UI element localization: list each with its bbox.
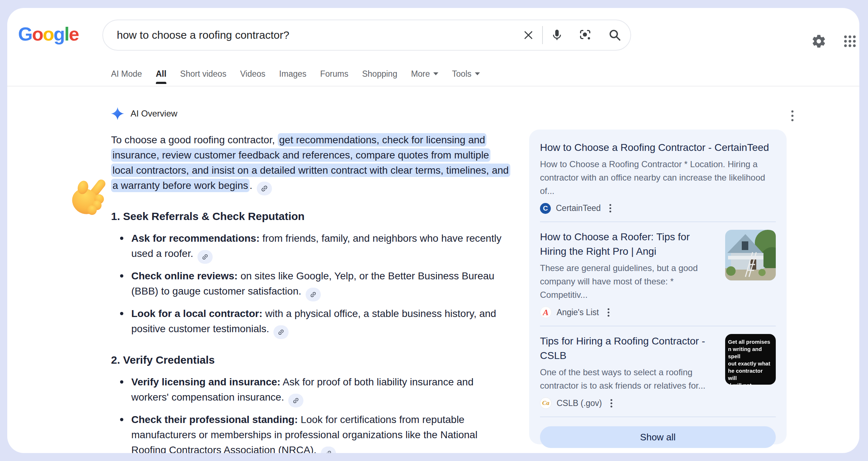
source-name: Angie's List: [557, 308, 599, 317]
ai-sparkle-icon: [111, 107, 124, 120]
link-chip[interactable]: [321, 447, 336, 453]
tab-tools[interactable]: Tools: [452, 67, 480, 80]
apps-grid-icon[interactable]: [842, 33, 858, 49]
gear-icon[interactable]: [811, 33, 827, 49]
tab-label: Images: [279, 69, 306, 79]
result-title[interactable]: Tips for Hiring a Roofing Contractor - C…: [540, 334, 717, 363]
chevron-down-icon: [433, 72, 438, 75]
source-card-angi[interactable]: How to Choose a Roofer: Tips for Hiring …: [540, 230, 776, 318]
ai-overview-more-options-icon[interactable]: [787, 109, 798, 123]
result-title[interactable]: How to Choose a Roofer: Tips for Hiring …: [540, 230, 717, 259]
ai-overview: AI Overview To choose a good roofing con…: [111, 107, 510, 453]
search-input[interactable]: how to choose a roofing contractor?: [103, 29, 515, 41]
logo-letter: o: [43, 24, 54, 44]
more-options-icon[interactable]: [609, 398, 614, 409]
tab-label: Tools: [452, 69, 472, 79]
bullet-list: Ask for recommendations: from friends, f…: [111, 231, 510, 339]
card-divider: [540, 416, 776, 417]
ai-overview-label: AI Overview: [131, 109, 177, 119]
tab-short-videos[interactable]: Short videos: [180, 67, 226, 80]
bullet-list: Verify licensing and insurance: Ask for …: [111, 375, 510, 453]
show-all-button[interactable]: Show all: [540, 426, 776, 448]
result-snippet: How to Choose a Roofing Contractor * Loc…: [540, 157, 776, 198]
link-chip[interactable]: [197, 250, 213, 264]
result-snippet: These are general guidelines, but a good…: [540, 261, 717, 301]
tab-label: AI Mode: [111, 69, 142, 79]
tab-shopping[interactable]: Shopping: [362, 67, 397, 80]
thumb-text-line: Get all promises: [728, 338, 773, 346]
card-divider: [540, 221, 776, 222]
bullet-bold: Check their professional standing:: [131, 414, 298, 425]
source-card-cslb[interactable]: Tips for Hiring a Roofing Contractor - C…: [540, 334, 776, 409]
result-thumbnail-house: [725, 230, 776, 280]
google-logo[interactable]: Google: [18, 24, 78, 44]
camera-lens-icon[interactable]: [571, 21, 599, 50]
tab-forums[interactable]: Forums: [320, 67, 348, 80]
ai-overview-summary: To choose a good roofing contractor, get…: [111, 132, 510, 195]
result-thumbnail-text: Get all promises n writing and spell out…: [725, 334, 776, 385]
search-bar[interactable]: how to choose a roofing contractor?: [102, 20, 631, 51]
logo-letter: l: [64, 24, 69, 44]
logo-letter: e: [69, 24, 78, 44]
search-icon[interactable]: [599, 21, 630, 50]
logo-letter: G: [18, 24, 32, 44]
section-heading: 2. Verify Credentials: [111, 353, 510, 367]
source-card-certainteed[interactable]: How to Choose a Roofing Contractor - Cer…: [540, 140, 776, 214]
tab-ai-mode[interactable]: AI Mode: [111, 67, 142, 80]
source-name: CertainTeed: [556, 203, 601, 213]
link-chip[interactable]: [288, 394, 303, 407]
thumb-text-line: out exactly what: [728, 360, 773, 367]
certainteed-favicon: C: [540, 203, 551, 214]
list-item: Look for a local contractor: with a phys…: [111, 306, 510, 339]
card-text: Tips for Hiring a Roofing Contractor - C…: [540, 334, 717, 409]
source-row: A Angie's List: [540, 306, 717, 318]
header-divider: [7, 86, 859, 86]
summary-text: To choose a good roofing contractor,: [111, 134, 278, 145]
page-background: Google how to choose a roofing contracto…: [0, 0, 868, 461]
tab-label: Shopping: [362, 69, 397, 79]
ai-overview-header: AI Overview: [111, 107, 510, 120]
result-type-tabs: AI Mode All Short videos Videos Images F…: [111, 67, 480, 80]
clear-icon[interactable]: [515, 21, 542, 50]
link-chip[interactable]: [273, 325, 289, 339]
link-chip[interactable]: [257, 182, 272, 195]
thumb-text-line: d will not provide.: [728, 382, 773, 385]
result-snippet: One of the best ways to select a roofing…: [540, 365, 717, 392]
logo-letter: g: [54, 24, 64, 44]
logo-letter: o: [32, 24, 43, 44]
bullet-bold: Ask for recommendations:: [131, 233, 260, 244]
tab-videos[interactable]: Videos: [240, 67, 265, 80]
summary-text: .: [250, 180, 252, 191]
list-item: Ask for recommendations: from friends, f…: [111, 231, 510, 264]
tab-all[interactable]: All: [156, 67, 166, 80]
tab-images[interactable]: Images: [279, 67, 306, 80]
card-text: How to Choose a Roofer: Tips for Hiring …: [540, 230, 717, 318]
list-item: Verify licensing and insurance: Ask for …: [111, 375, 510, 407]
header-actions: [811, 33, 858, 49]
bullet-bold: Check online reviews:: [131, 270, 238, 282]
thumb-text-line: n writing and spell: [728, 346, 773, 360]
tab-label: More: [411, 69, 430, 79]
list-item: Check their professional standing: Look …: [111, 412, 510, 453]
pointing-hand-emoji: [66, 175, 114, 223]
more-options-icon[interactable]: [608, 203, 613, 214]
section-heading: 1. Seek Referrals & Check Reputation: [111, 209, 510, 224]
search-results-page: Google how to choose a roofing contracto…: [7, 8, 859, 453]
card-text: How to Choose a Roofing Contractor - Cer…: [540, 140, 776, 214]
tab-label: All: [156, 69, 166, 79]
link-chip[interactable]: [306, 288, 321, 301]
cslb-favicon: Ca: [540, 397, 552, 409]
source-row: C CertainTeed: [540, 203, 776, 214]
bullet-bold: Verify licensing and insurance:: [131, 376, 280, 388]
thumb-text-line: he contractor will: [728, 367, 773, 382]
chevron-down-icon: [475, 72, 480, 75]
bullet-bold: Look for a local contractor:: [131, 308, 263, 319]
sources-panel: How to Choose a Roofing Contractor - Cer…: [529, 130, 787, 444]
tab-more[interactable]: More: [411, 67, 438, 80]
source-name: CSLB (.gov): [557, 398, 602, 408]
tab-label: Short videos: [180, 69, 226, 79]
more-options-icon[interactable]: [606, 307, 611, 318]
result-title[interactable]: How to Choose a Roofing Contractor - Cer…: [540, 140, 776, 155]
mic-icon[interactable]: [543, 21, 571, 50]
card-divider: [540, 326, 776, 326]
